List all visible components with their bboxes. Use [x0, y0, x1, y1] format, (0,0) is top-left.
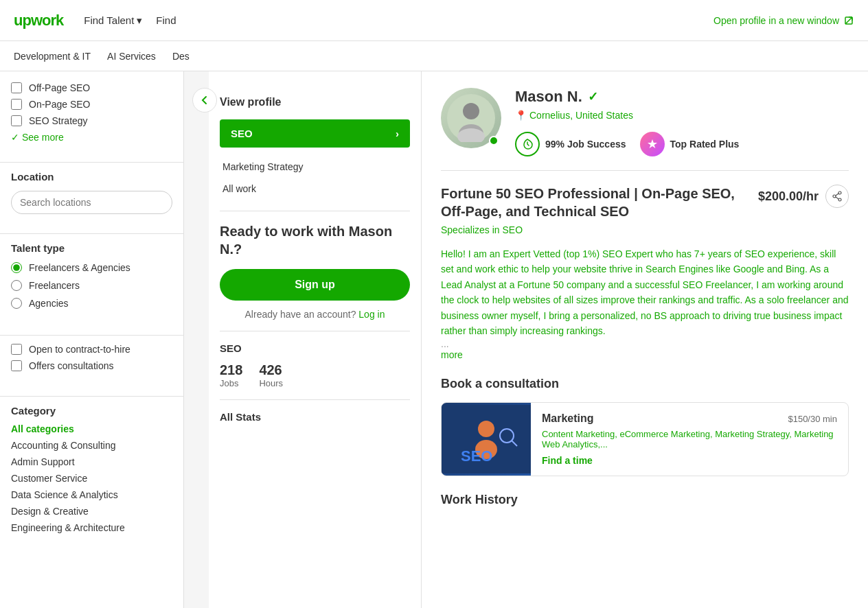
- category-engineering[interactable]: Engineering & Architecture: [11, 522, 172, 533]
- jobs-label: Jobs: [220, 378, 242, 388]
- off-page-seo-input[interactable]: [11, 82, 22, 93]
- job-title-row: Fortune 50 SEO Professional | On-Page SE…: [441, 185, 849, 220]
- consultation-section: Book a consultation SEO: [441, 377, 849, 476]
- on-page-seo-input[interactable]: [11, 99, 22, 110]
- login-link[interactable]: Log in: [358, 309, 385, 320]
- consultation-name-row: Marketing $150/30 min: [542, 412, 837, 425]
- stats-label: SEO: [220, 342, 410, 354]
- chevron-down-icon: ▾: [137, 14, 142, 27]
- skill-filter-section: Off-Page SEO On-Page SEO SEO Strategy ✓ …: [0, 82, 183, 154]
- specializes-value: SEO: [503, 224, 523, 235]
- freelancers-agencies-input[interactable]: [11, 262, 22, 273]
- see-more-button[interactable]: ✓ See more: [11, 132, 172, 143]
- ready-section: Ready to work with Mason N.? Sign up Alr…: [220, 222, 410, 320]
- freelancers-label: Freelancers: [29, 280, 80, 291]
- offers-consultations-input[interactable]: [11, 360, 22, 371]
- on-page-seo-checkbox[interactable]: On-Page SEO: [11, 99, 172, 110]
- category-title: Category: [11, 405, 172, 417]
- consultation-title: Book a consultation: [441, 377, 849, 391]
- bio-ellipsis: ...: [441, 338, 449, 349]
- upwork-logo: upwork: [14, 12, 63, 30]
- category-design[interactable]: Design & Creative: [11, 506, 172, 517]
- freelancers-agencies-radio[interactable]: Freelancers & Agencies: [11, 262, 172, 273]
- stats-section: SEO 218 Jobs 426 Hours: [220, 342, 410, 388]
- freelancers-input[interactable]: [11, 280, 22, 291]
- secondary-nav-dev[interactable]: Development & IT: [14, 51, 91, 62]
- back-button[interactable]: [192, 88, 217, 113]
- seo-filter-button[interactable]: SEO ›: [220, 119, 410, 148]
- freelancers-radio[interactable]: Freelancers: [11, 280, 172, 291]
- ready-title: Ready to work with Mason N.?: [220, 222, 410, 258]
- marketing-strategy-item[interactable]: Marketing Strategy: [220, 156, 410, 178]
- verified-icon: ✓: [588, 89, 598, 104]
- work-history-section: Work History: [441, 493, 849, 507]
- location-search-input[interactable]: [11, 191, 172, 214]
- svg-text:SEO: SEO: [461, 447, 492, 465]
- category-accounting[interactable]: Accounting & Consulting: [11, 440, 172, 451]
- read-more-link[interactable]: more: [441, 349, 463, 360]
- location-pin-icon: 📍: [515, 110, 527, 121]
- seo-strategy-checkbox[interactable]: SEO Strategy: [11, 115, 172, 126]
- share-button[interactable]: [825, 185, 849, 208]
- seo-strategy-input[interactable]: [11, 115, 22, 126]
- contract-to-hire-label: Open to contract-to-hire: [29, 344, 130, 355]
- agencies-input[interactable]: [11, 298, 22, 309]
- location-section: Location: [0, 171, 183, 225]
- chevron-right-icon: ›: [396, 128, 399, 139]
- badges-row: 99% Job Success Top Rated Plus: [515, 132, 849, 156]
- agencies-radio[interactable]: Agencies: [11, 298, 172, 309]
- side-divider-1: [220, 211, 410, 211]
- svg-point-2: [463, 103, 479, 119]
- arrow-left-icon: [199, 95, 210, 106]
- find-talent-nav[interactable]: Find Talent ▾: [84, 14, 142, 27]
- side-divider-2: [220, 331, 410, 331]
- other-filters-section: Open to contract-to-hire Offers consulta…: [0, 344, 183, 388]
- category-data-science[interactable]: Data Science & Analytics: [11, 489, 172, 500]
- location-title: Location: [11, 171, 172, 183]
- offers-consultations-checkbox[interactable]: Offers consultations: [11, 360, 172, 371]
- jobs-stat: 218 Jobs: [220, 362, 242, 388]
- find-nav[interactable]: Find: [156, 14, 176, 26]
- secondary-nav-des[interactable]: Des: [172, 51, 190, 62]
- consultation-name: Marketing: [542, 412, 594, 425]
- consultation-price: $150/30 min: [788, 412, 837, 425]
- divider-2: [0, 233, 183, 234]
- all-work-item[interactable]: All work: [220, 178, 410, 200]
- category-customer[interactable]: Customer Service: [11, 473, 172, 484]
- view-profile-link[interactable]: View profile: [220, 96, 410, 108]
- contract-to-hire-input[interactable]: [11, 344, 22, 355]
- talent-type-title: Talent type: [11, 242, 172, 254]
- off-page-seo-label: Off-Page SEO: [29, 82, 90, 93]
- job-success-badge: 99% Job Success: [515, 132, 626, 156]
- top-rated-badge: Top Rated Plus: [640, 132, 740, 156]
- contract-to-hire-checkbox[interactable]: Open to contract-to-hire: [11, 344, 172, 355]
- chevron-down-icon-sm: ✓: [11, 132, 19, 143]
- profile-location: 📍 Cornelius, United States: [515, 110, 849, 121]
- avatar-wrapper: [441, 88, 501, 148]
- consultation-tags: Content Marketing, eCommerce Marketing, …: [542, 429, 837, 449]
- consultation-card: SEO Marketing $150/30 min: [441, 402, 849, 476]
- external-link-icon: [843, 15, 854, 26]
- talent-type-section: Talent type Freelancers & Agencies Freel…: [0, 242, 183, 327]
- divider-4: [0, 396, 183, 397]
- signup-button[interactable]: Sign up: [220, 269, 410, 301]
- hourly-rate: $200.00/hr: [758, 189, 819, 204]
- seo-strategy-label: SEO Strategy: [29, 115, 88, 126]
- open-profile-link[interactable]: Open profile in a new window: [713, 15, 854, 26]
- profile-divider: [441, 170, 849, 171]
- off-page-seo-checkbox[interactable]: Off-Page SEO: [11, 82, 172, 93]
- rate-area: $200.00/hr: [758, 185, 849, 208]
- avatar-image: [447, 94, 495, 142]
- agencies-label: Agencies: [29, 298, 69, 309]
- job-title: Fortune 50 SEO Professional | On-Page SE…: [441, 185, 744, 220]
- hours-label: Hours: [259, 378, 283, 388]
- category-all[interactable]: All categories: [11, 423, 172, 434]
- find-time-link[interactable]: Find a time: [542, 455, 837, 466]
- secondary-nav-ai[interactable]: AI Services: [107, 51, 156, 62]
- category-admin[interactable]: Admin Support: [11, 456, 172, 467]
- work-history-title: Work History: [441, 493, 849, 507]
- specializes: Specializes in SEO: [441, 224, 849, 235]
- stats-row: 218 Jobs 426 Hours: [220, 362, 410, 388]
- top-rated-icon: [640, 132, 665, 156]
- profile-side-panel: View profile SEO › Marketing Strategy Al…: [209, 71, 422, 608]
